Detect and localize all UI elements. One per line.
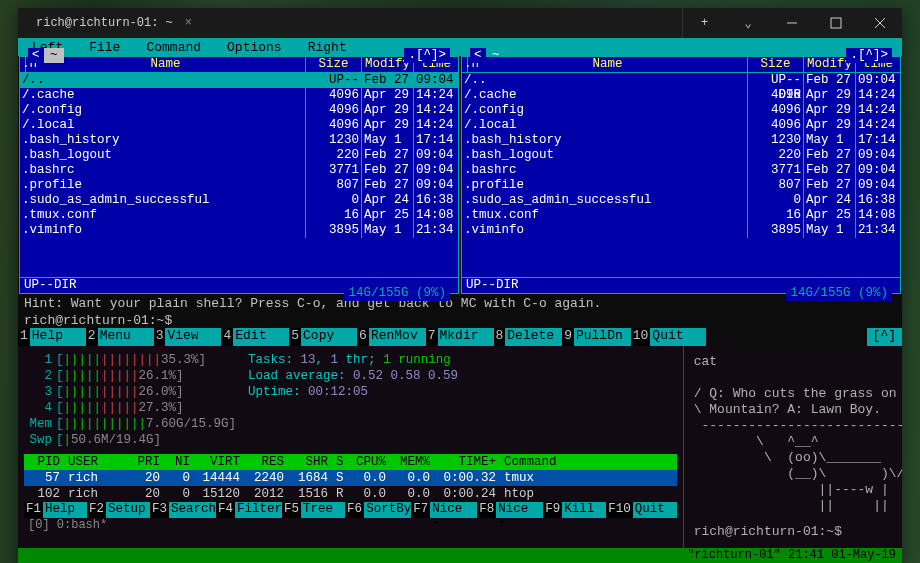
file-time: 09:04 xyxy=(414,163,458,178)
file-size: 3771 xyxy=(306,163,362,178)
file-row[interactable]: .tmux.conf16Apr 2514:08 xyxy=(20,208,458,223)
mc-menu-options[interactable]: Options xyxy=(219,40,300,55)
maximize-button[interactable] xyxy=(814,8,858,38)
file-row[interactable]: .bash_history1230May 117:14 xyxy=(462,133,900,148)
panel-path: < xyxy=(470,48,486,63)
file-row[interactable]: .bash_logout220Feb 2709:04 xyxy=(462,148,900,163)
htop-fkey-nice[interactable]: Nice - xyxy=(430,502,477,518)
file-row[interactable]: .sudo_as_admin_successful0Apr 2416:38 xyxy=(462,193,900,208)
htop-col-ni[interactable]: NI xyxy=(164,455,194,469)
file-name: .bash_history xyxy=(20,133,306,148)
file-row[interactable]: /.config4096Apr 2914:24 xyxy=(462,103,900,118)
mc-fkey-delete[interactable]: 8Delete xyxy=(494,328,563,346)
cowsay-pane[interactable]: cat / Q: Who cuts the grass on Walton's … xyxy=(684,346,902,563)
htop-pane[interactable]: 1[|||||||||||||35.3%]2[||||||||||26.1%]3… xyxy=(18,346,684,563)
file-name: .tmux.conf xyxy=(20,208,306,223)
htop-fkey-search[interactable]: Search xyxy=(169,502,216,518)
file-size: 4096 xyxy=(306,103,362,118)
cowsay-prompt[interactable]: rich@richturn-01:~$ xyxy=(694,524,902,540)
htop-col-cpu[interactable]: CPU% xyxy=(346,455,390,469)
htop-col-command[interactable]: Command xyxy=(500,455,677,469)
htop-fkey-nice[interactable]: Nice + xyxy=(496,502,543,518)
htop-fkey-tree[interactable]: Tree xyxy=(301,502,345,518)
mc-menu-file[interactable]: File xyxy=(81,40,138,55)
file-row[interactable]: /.config4096Apr 2914:24 xyxy=(20,103,458,118)
file-row[interactable]: /.local4096Apr 2914:24 xyxy=(462,118,900,133)
htop-fkey-setup[interactable]: Setup xyxy=(106,502,150,518)
file-time: 14:08 xyxy=(856,208,900,223)
file-row[interactable]: /.cache4096Apr 2914:24 xyxy=(462,88,900,103)
process-row[interactable]: 57rich2001444422401684S0.00.00:00.32tmux xyxy=(24,470,677,486)
file-row[interactable]: .bash_history1230May 117:14 xyxy=(20,133,458,148)
file-size: 4096 xyxy=(748,118,804,133)
mc-fkey-pulldn[interactable]: 9PullDn xyxy=(562,328,631,346)
htop-fkey-kill[interactable]: Kill xyxy=(562,502,606,518)
new-tab-button[interactable]: + xyxy=(682,8,726,38)
htop-col-user[interactable]: USER xyxy=(64,455,124,469)
tab-dropdown-button[interactable]: ⌄ xyxy=(726,8,770,38)
htop-fkey-filter[interactable]: Filter xyxy=(235,502,282,518)
file-time: 14:24 xyxy=(856,118,900,133)
file-size: 3895 xyxy=(748,223,804,238)
tab[interactable]: rich@richturn-01: ~ × xyxy=(26,12,206,34)
panel-arrow: .[^]> xyxy=(846,48,892,63)
mc-fkey-quit[interactable]: 10Quit xyxy=(631,328,707,346)
htop-header[interactable]: PIDUSERPRINIVIRTRESSHRSCPU%MEM%TIME+Comm… xyxy=(24,454,677,470)
close-button[interactable] xyxy=(858,8,902,38)
file-row[interactable]: .bashrc3771Feb 2709:04 xyxy=(462,163,900,178)
file-row[interactable]: .viminfo3895May 121:34 xyxy=(20,223,458,238)
htop-fkey-help[interactable]: Help xyxy=(43,502,87,518)
file-name: /.local xyxy=(462,118,748,133)
htop-fkey-num: F3 xyxy=(150,502,169,518)
mc-fkey-renmov[interactable]: 6RenMov xyxy=(357,328,426,346)
htop-col-s[interactable]: S xyxy=(332,455,346,469)
htop-col-time[interactable]: TIME+ xyxy=(434,455,500,469)
mc-fkey-mkdir[interactable]: 7Mkdir xyxy=(426,328,494,346)
mc-panel-right[interactable]: <~.[^]>.nNameSizeModifytime/..UP--DIRFeb… xyxy=(461,56,901,294)
mc-fkey-copy[interactable]: 5Copy xyxy=(289,328,357,346)
mc-menu-right[interactable]: Right xyxy=(300,40,365,55)
mc-menu-command[interactable]: Command xyxy=(138,40,219,55)
file-row[interactable]: .profile807Feb 2709:04 xyxy=(20,178,458,193)
file-time: 14:08 xyxy=(414,208,458,223)
tab-close-icon[interactable]: × xyxy=(181,16,196,30)
htop-col-virt[interactable]: VIRT xyxy=(194,455,244,469)
minimize-button[interactable] xyxy=(770,8,814,38)
file-row[interactable]: .viminfo3895May 121:34 xyxy=(462,223,900,238)
mc-fkey-menu[interactable]: 2Menu xyxy=(86,328,154,346)
terminal-content[interactable]: LeftFileCommandOptionsRight <~.[^]>.nNam… xyxy=(18,38,902,563)
htop-col-pid[interactable]: PID xyxy=(24,455,64,469)
file-date: Feb 27 xyxy=(804,148,856,163)
file-size: 1230 xyxy=(306,133,362,148)
htop-col-res[interactable]: RES xyxy=(244,455,288,469)
file-time: 17:14 xyxy=(414,133,458,148)
mc-fkey-edit[interactable]: 4Edit xyxy=(221,328,289,346)
file-date: Feb 27 xyxy=(362,163,414,178)
file-row[interactable]: .profile807Feb 2709:04 xyxy=(462,178,900,193)
file-row[interactable]: .bash_logout220Feb 2709:04 xyxy=(20,148,458,163)
panel-rows: /..UP--DIRFeb 2709:04/.cache4096Apr 2914… xyxy=(462,73,900,277)
file-time: 09:04 xyxy=(856,73,900,88)
mc-fkey-help[interactable]: 1Help xyxy=(18,328,86,346)
htop-fkey-quit[interactable]: Quit xyxy=(633,502,677,518)
htop-col-pri[interactable]: PRI xyxy=(124,455,164,469)
file-date: Feb 27 xyxy=(362,148,414,163)
file-row[interactable]: /.cache4096Apr 2914:24 xyxy=(20,88,458,103)
mc-panel-left[interactable]: <~.[^]>.nNameSizeModifytime/..UP--DIRFeb… xyxy=(19,56,459,294)
htop-col-shr[interactable]: SHR xyxy=(288,455,332,469)
mc-fkey-view[interactable]: 3View xyxy=(154,328,222,346)
htop-fkey-sortby[interactable]: SortBy xyxy=(364,502,411,518)
file-date: May 1 xyxy=(362,133,414,148)
file-row[interactable]: .sudo_as_admin_successful0Apr 2416:38 xyxy=(20,193,458,208)
panel-disk-usage: 14G/155G (9%) xyxy=(344,286,450,301)
file-row[interactable]: /.local4096Apr 2914:24 xyxy=(20,118,458,133)
file-row[interactable]: .tmux.conf16Apr 2514:08 xyxy=(462,208,900,223)
htop-col-mem[interactable]: MEM% xyxy=(390,455,434,469)
mc-prompt[interactable]: rich@richturn-01:~$ xyxy=(18,313,902,328)
mc-caret-icon[interactable]: [^] xyxy=(867,328,902,346)
file-row[interactable]: .bashrc3771Feb 2709:04 xyxy=(20,163,458,178)
file-row[interactable]: /..UP--DIRFeb 2709:04 xyxy=(462,73,900,88)
process-row[interactable]: 102rich2001512020121516R0.00.00:00.24hto… xyxy=(24,486,677,502)
htop-process-list[interactable]: 57rich2001444422401684S0.00.00:00.32tmux… xyxy=(24,470,677,502)
file-row[interactable]: /..UP--DIRFeb 2709:04 xyxy=(20,73,458,88)
